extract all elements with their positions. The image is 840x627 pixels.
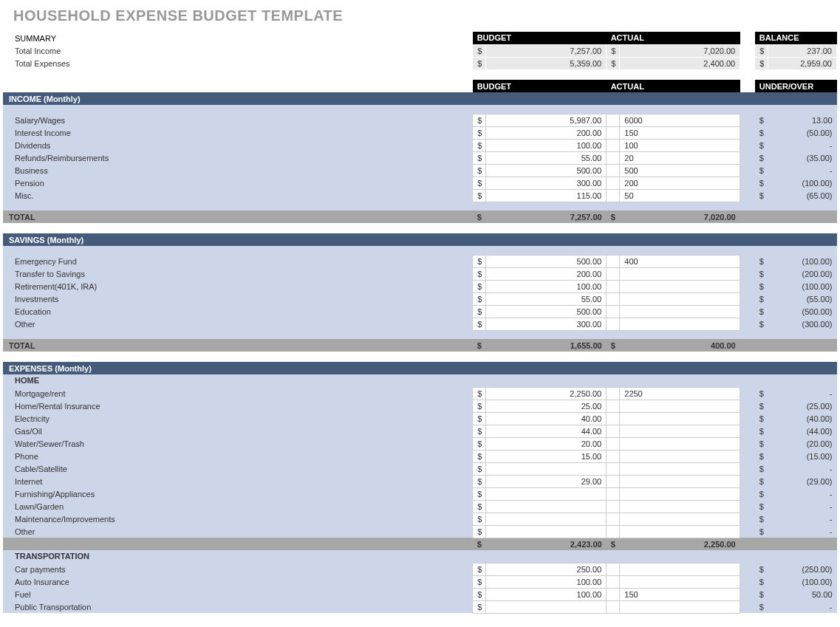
actual-dollar xyxy=(607,318,620,330)
budget-input[interactable] xyxy=(486,487,607,500)
actual-input[interactable]: 200 xyxy=(620,177,740,189)
actual-input[interactable] xyxy=(620,462,740,475)
actual-input[interactable]: 20 xyxy=(620,151,740,164)
dollar-sign: $ xyxy=(473,462,486,475)
item-label: Auto Insurance xyxy=(3,575,473,588)
line-item: Internet$29.00$(29.00) xyxy=(3,475,837,487)
actual-input[interactable] xyxy=(620,600,740,613)
actual-input[interactable] xyxy=(620,425,740,437)
budget-input[interactable]: 200.00 xyxy=(486,267,607,280)
item-label: Interest Income xyxy=(3,126,473,139)
actual-input[interactable] xyxy=(620,267,740,280)
actual-input[interactable]: 500 xyxy=(620,164,740,177)
budget-input[interactable]: 500.00 xyxy=(486,255,607,267)
item-label: Water/Sewer/Trash xyxy=(3,437,473,450)
dollar-sign: $ xyxy=(473,44,486,57)
actual-input[interactable] xyxy=(620,412,740,425)
line-item: Investments$55.00$(55.00) xyxy=(3,292,837,305)
actual-input[interactable] xyxy=(620,563,740,575)
summary-col-actual: ACTUAL xyxy=(607,32,740,44)
actual-input[interactable] xyxy=(620,318,740,330)
summary-balance: 237.00 xyxy=(768,44,837,57)
budget-input[interactable]: 250.00 xyxy=(486,563,607,575)
actual-input[interactable] xyxy=(620,280,740,292)
actual-dollar xyxy=(607,387,620,400)
dollar-sign: $ xyxy=(473,538,486,550)
actual-input[interactable] xyxy=(620,513,740,525)
line-item: Pension$300.00200$(100.00) xyxy=(3,177,837,189)
budget-input[interactable]: 500.00 xyxy=(486,164,607,177)
total-actual: 2,250.00 xyxy=(620,538,740,550)
actual-dollar xyxy=(607,412,620,425)
budget-input[interactable] xyxy=(486,600,607,613)
actual-input[interactable] xyxy=(620,292,740,305)
actual-input[interactable] xyxy=(620,400,740,412)
item-label: Internet xyxy=(3,475,473,487)
actual-input[interactable]: 6000 xyxy=(620,114,740,126)
line-item: Other$300.00$(300.00) xyxy=(3,318,837,330)
dollar-sign: $ xyxy=(755,318,768,330)
budget-input[interactable] xyxy=(486,462,607,475)
dollar-sign: $ xyxy=(473,280,486,292)
actual-input[interactable]: 50 xyxy=(620,189,740,202)
actual-input[interactable] xyxy=(620,305,740,318)
actual-input[interactable] xyxy=(620,575,740,588)
actual-dollar xyxy=(607,114,620,126)
dollar-sign: $ xyxy=(473,513,486,525)
budget-input[interactable]: 15.00 xyxy=(486,450,607,462)
budget-input[interactable]: 40.00 xyxy=(486,412,607,425)
budget-input[interactable]: 2,250.00 xyxy=(486,387,607,400)
budget-input[interactable]: 500.00 xyxy=(486,305,607,318)
budget-input[interactable] xyxy=(486,525,607,538)
dollar-sign: $ xyxy=(755,189,768,202)
item-label: Home/Rental Insurance xyxy=(3,400,473,412)
budget-input[interactable] xyxy=(486,500,607,513)
total-label xyxy=(3,538,473,550)
summary-row: Total Expenses$5,359.00$2,400.00$2,959.0… xyxy=(3,57,837,69)
budget-input[interactable]: 29.00 xyxy=(486,475,607,487)
actual-input[interactable]: 150 xyxy=(620,126,740,139)
actual-dollar xyxy=(607,305,620,318)
budget-input[interactable]: 25.00 xyxy=(486,400,607,412)
actual-input[interactable] xyxy=(620,450,740,462)
budget-input[interactable]: 5,987.00 xyxy=(486,114,607,126)
actual-input[interactable]: 400 xyxy=(620,255,740,267)
summary-row-label: Total Income xyxy=(3,44,473,57)
budget-input[interactable]: 20.00 xyxy=(486,437,607,450)
dollar-sign: $ xyxy=(755,126,768,139)
budget-input[interactable]: 100.00 xyxy=(486,280,607,292)
total-budget: 7,257.00 xyxy=(486,210,607,223)
summary-col-balance: BALANCE xyxy=(755,32,837,44)
actual-input[interactable] xyxy=(620,437,740,450)
actual-input[interactable] xyxy=(620,487,740,500)
budget-input[interactable]: 44.00 xyxy=(486,425,607,437)
budget-input[interactable] xyxy=(486,513,607,525)
dollar-sign: $ xyxy=(755,114,768,126)
budget-input[interactable]: 100.00 xyxy=(486,139,607,151)
actual-input[interactable] xyxy=(620,500,740,513)
budget-input[interactable]: 100.00 xyxy=(486,588,607,600)
line-item: Fuel$100.00150$50.00 xyxy=(3,588,837,600)
budget-input[interactable]: 300.00 xyxy=(486,318,607,330)
subsection-header: HOME xyxy=(3,374,837,387)
diff-value: (25.00) xyxy=(768,400,837,412)
line-item: Home/Rental Insurance$25.00$(25.00) xyxy=(3,400,837,412)
dollar-sign: $ xyxy=(607,57,620,69)
item-label: Misc. xyxy=(3,189,473,202)
budget-input[interactable]: 55.00 xyxy=(486,151,607,164)
actual-input[interactable]: 100 xyxy=(620,139,740,151)
item-label: Cable/Satellite xyxy=(3,462,473,475)
subsection-header: TRANSPORTATION xyxy=(3,550,837,563)
actual-input[interactable]: 2250 xyxy=(620,387,740,400)
budget-input[interactable]: 200.00 xyxy=(486,126,607,139)
actual-input[interactable]: 150 xyxy=(620,588,740,600)
budget-input[interactable]: 55.00 xyxy=(486,292,607,305)
total-row: $2,423.00$2,250.00 xyxy=(3,538,837,550)
budget-input[interactable]: 100.00 xyxy=(486,575,607,588)
dollar-sign: $ xyxy=(755,600,768,613)
actual-input[interactable] xyxy=(620,475,740,487)
actual-input[interactable] xyxy=(620,525,740,538)
budget-input[interactable]: 115.00 xyxy=(486,189,607,202)
line-item: Public Transportation$$- xyxy=(3,600,837,613)
budget-input[interactable]: 300.00 xyxy=(486,177,607,189)
